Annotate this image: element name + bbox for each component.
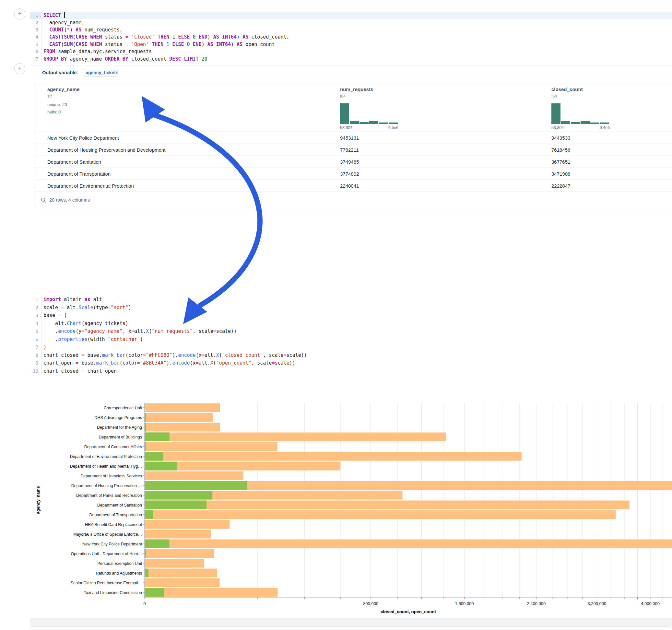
bar-open-count[interactable] <box>145 510 153 519</box>
code-line: 7GROUP BY agency_name ORDER BY closed_co… <box>30 55 672 62</box>
table-footer: 20 rows, 4 columns <box>34 192 672 208</box>
line-number: 9 <box>30 359 42 367</box>
output-variable-pill[interactable]: agency_tickets <box>83 69 118 76</box>
next-cell-top <box>30 626 672 630</box>
output-variable-label: Output variable: <box>42 70 78 75</box>
bar-closed-count[interactable] <box>145 569 217 578</box>
y-axis-label: HRA Benefit Card Replacement <box>85 523 142 527</box>
line-number: 1⌄ <box>30 12 42 19</box>
y-axis-label: Taxi and Limousine Commission <box>84 590 142 595</box>
x-axis-tick-label: 4,000,000 <box>641 601 660 606</box>
histogram-bar <box>389 122 398 124</box>
bar-open-count[interactable] <box>145 452 163 461</box>
histogram-min-label: 53,304 <box>551 125 564 130</box>
bar-closed-count[interactable] <box>145 510 616 519</box>
y-axis-label: Senior Citizen Rent Increase Exempti… <box>71 581 142 585</box>
bar-closed-count[interactable] <box>145 530 211 539</box>
column-type-agency-name: str <box>47 94 52 98</box>
bar-closed-count[interactable] <box>145 579 219 587</box>
column-stat-nulls: nulls: 0 <box>47 110 61 114</box>
line-number: 8 <box>30 351 42 359</box>
bar-open-count[interactable] <box>145 569 148 578</box>
code-line: 4 alt.Chart(agency_tickets) <box>30 319 672 328</box>
bar-open-count[interactable] <box>145 481 247 490</box>
bar-closed-count[interactable] <box>145 413 213 422</box>
sql-editor[interactable]: 1⌄SELECT 2 agency_name,3 COUNT(*) AS num… <box>30 2 672 63</box>
fold-chevron-icon[interactable]: ⌄ <box>40 314 42 317</box>
y-axis-label: Department of Buildings <box>99 435 142 439</box>
column-header-closed-count[interactable]: closed_count <box>551 87 583 92</box>
code-line: 6 .properties(width="container") <box>30 335 672 343</box>
y-axis-label: New York City Police Department <box>82 542 142 547</box>
add-cell-button-top[interactable]: + <box>14 8 25 20</box>
bar-closed-count[interactable] <box>145 588 278 597</box>
y-axis-label: Department of Environmental Protection <box>70 454 142 459</box>
table-row[interactable]: Department of Environmental Protection22… <box>34 179 672 192</box>
code-line: 6FROM sample_data.nyc.service_requests <box>30 48 672 55</box>
python-editor[interactable]: 1import altair as alt2scale = alt.Scale(… <box>30 293 672 375</box>
y-axis-label: Department of Homeless Services <box>80 474 142 478</box>
bar-open-count[interactable] <box>145 413 146 422</box>
bar-closed-count[interactable] <box>145 559 204 568</box>
table-row[interactable]: Department of Housing Preservation and D… <box>34 144 672 156</box>
code-line: 7) <box>30 343 672 351</box>
histogram-bar <box>571 122 580 124</box>
bar-closed-count[interactable] <box>145 549 214 558</box>
y-axis-label: Department of Consumer Affairs <box>84 445 142 449</box>
bar-open-count[interactable] <box>145 549 146 558</box>
bar-open-count[interactable] <box>145 462 177 470</box>
histogram-bar <box>590 122 599 124</box>
bar-open-count[interactable] <box>145 423 146 432</box>
column-type-closed-count: i64 <box>551 94 557 98</box>
fold-chevron-icon[interactable]: ⌄ <box>40 14 42 17</box>
line-number: 6 <box>30 48 42 55</box>
bar-open-count[interactable] <box>145 539 169 548</box>
table-cell: 3774892 <box>340 171 359 177</box>
line-number: 5 <box>30 41 42 48</box>
table-row[interactable]: New York City Police Department945313194… <box>34 131 672 144</box>
code-line: 4 CAST(SUM(CASE WHEN status = 'Closed' T… <box>30 33 672 41</box>
bar-closed-count[interactable] <box>145 423 220 432</box>
bar-closed-count[interactable] <box>145 471 243 480</box>
column-header-num-requests[interactable]: num_requests <box>340 87 374 92</box>
y-axis-label: Department of Housing Preservation … <box>71 484 142 488</box>
table-cell: 7618456 <box>551 147 570 153</box>
histogram-bar <box>551 103 560 124</box>
bar-closed-count[interactable] <box>145 501 629 509</box>
table-row[interactable]: Department of Transportation377489234719… <box>34 168 672 180</box>
table-cell: Department of Transportation <box>47 171 111 177</box>
bar-open-count[interactable] <box>145 442 146 451</box>
altair-bar-chart: Correspondence UnitDHS Advantage Program… <box>30 399 672 617</box>
bar-closed-count[interactable] <box>145 539 672 548</box>
table-row[interactable]: Department of Sanitation37494853677651 <box>34 155 672 168</box>
add-cell-button-output[interactable]: + <box>14 63 25 74</box>
table-cell: 2222847 <box>551 183 570 189</box>
y-axis-label: Department of Health and Mental Hyg… <box>70 464 142 468</box>
y-axis-label: Department for the Aging <box>97 425 142 430</box>
bar-open-count[interactable] <box>145 491 212 500</box>
bar-open-count[interactable] <box>145 588 164 597</box>
cell-gap <box>30 618 672 627</box>
line-number: 5 <box>30 327 42 335</box>
line-number: 6 <box>30 335 42 343</box>
bar-closed-count[interactable] <box>145 442 278 451</box>
line-number: 3⌄ <box>30 311 42 319</box>
table-cell: Department of Housing Preservation and D… <box>47 147 165 153</box>
bar-open-count[interactable] <box>145 433 170 441</box>
bar-closed-count[interactable] <box>145 520 230 529</box>
x-axis-tick-label: 3,200,000 <box>587 601 606 606</box>
table-cell: 3677651 <box>551 159 570 165</box>
histogram-max-label: 9.4e6 <box>590 125 610 130</box>
bar-closed-count[interactable] <box>145 452 522 461</box>
search-icon[interactable] <box>41 197 46 203</box>
code-line: 5 CAST(SUM(CASE WHEN status = 'Open' THE… <box>30 41 672 48</box>
line-number: 10 <box>30 367 42 375</box>
column-header-agency-name[interactable]: agency_name <box>47 87 79 92</box>
bar-closed-count[interactable] <box>145 433 446 441</box>
histogram-bar <box>360 122 368 124</box>
bar-closed-count[interactable] <box>145 404 220 412</box>
table-cell: 3749485 <box>340 159 359 165</box>
bar-open-count[interactable] <box>145 501 207 509</box>
code-line: 9chart_open = base.mark_bar(color="#8BC3… <box>30 359 672 367</box>
table-cell: 3471908 <box>551 171 570 177</box>
